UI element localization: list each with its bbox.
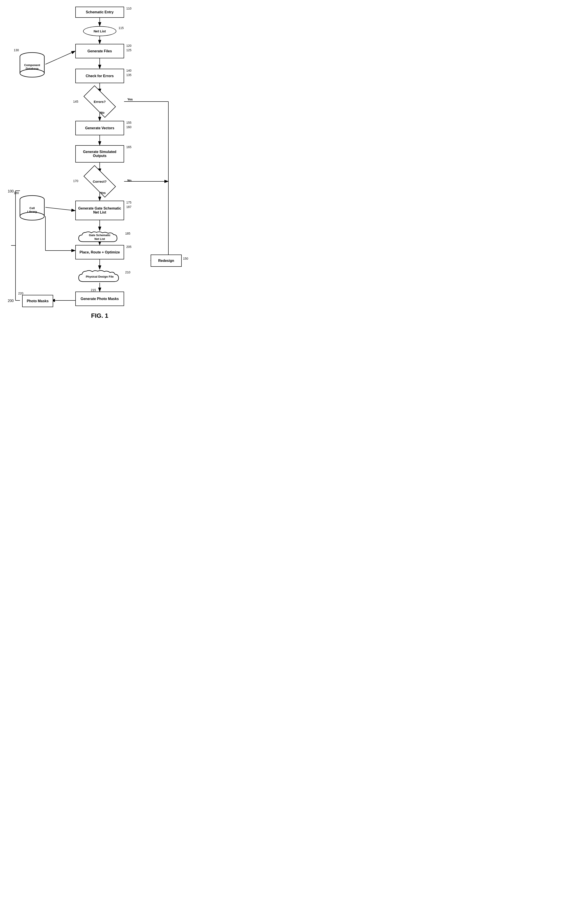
svg-text:Cell: Cell: [30, 206, 35, 210]
label-155: 155: [126, 121, 131, 124]
label-180: 180: [14, 191, 19, 195]
physical-design-cloud: Physical Design File: [76, 269, 123, 284]
label-200: 200: [8, 299, 14, 303]
generate-vectors-box: Generate Vectors: [75, 121, 124, 135]
label-160: 160: [126, 125, 131, 129]
label-125: 125: [126, 48, 131, 52]
cell-library-box: Cell Library: [18, 194, 47, 223]
generate-simulated-box: Generate Simulated Outputs: [75, 145, 124, 163]
correct-diamond: Correct?: [83, 172, 116, 190]
component-db-box: Component Database: [18, 51, 47, 80]
svg-line-14: [46, 207, 75, 211]
svg-text:Component: Component: [24, 63, 40, 67]
yes-errors-label: Yes: [128, 98, 133, 101]
label-140: 140: [126, 69, 131, 72]
svg-point-30: [20, 69, 44, 77]
generate-files-box: Generate Files: [75, 44, 124, 58]
svg-text:Database: Database: [26, 67, 39, 70]
label-150: 150: [183, 257, 188, 260]
label-100: 100: [8, 190, 14, 193]
no-correct-label: No: [128, 179, 132, 182]
label-205: 205: [126, 245, 131, 248]
fig-label: FIG. 1: [91, 312, 108, 319]
label-175: 175: [126, 201, 131, 204]
schematic-entry-box: Schematic Entry: [75, 7, 124, 18]
redesign-box: Redesign: [151, 254, 182, 267]
label-185: 185: [125, 232, 130, 235]
gate-netlist-cloud: Gate SchematicNet List: [76, 231, 123, 244]
diagram: Schematic Entry 110 Net List 115 Generat…: [0, 0, 199, 321]
label-110: 110: [126, 7, 131, 10]
label-135: 135: [126, 73, 131, 77]
label-130: 130: [14, 48, 19, 52]
label-165: 165: [126, 145, 131, 149]
net-list-box: Net List: [83, 26, 116, 36]
svg-line-3: [46, 51, 75, 64]
label-170: 170: [73, 179, 78, 183]
svg-text:Library: Library: [27, 210, 37, 213]
errors-diamond: Errors?: [83, 93, 116, 111]
generate-gate-box: Generate Gate Schematic Net List: [75, 201, 124, 220]
no-errors-label: No: [100, 111, 104, 114]
label-187: 187: [126, 205, 131, 209]
generate-photo-box: Generate Photo Masks: [75, 292, 124, 306]
label-120: 120: [126, 44, 131, 47]
label-215: 215: [91, 288, 96, 292]
check-errors-box: Check for Errors: [75, 69, 124, 83]
place-route-box: Place, Route + Optimize: [75, 245, 124, 259]
label-210: 210: [125, 270, 130, 274]
label-220: 220: [18, 292, 23, 295]
svg-point-37: [20, 212, 44, 220]
photo-masks-box: Photo Masks: [22, 295, 53, 307]
label-115: 115: [118, 26, 124, 30]
label-145: 145: [73, 100, 78, 103]
yes-correct-label: Yes: [100, 191, 106, 195]
